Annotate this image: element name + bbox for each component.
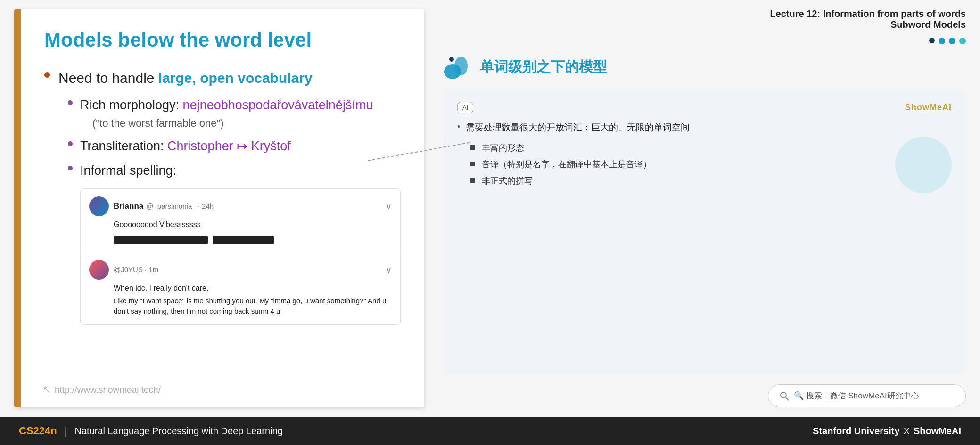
cursor-icon: ↖: [42, 384, 51, 396]
tweet-1-chevron: ∨: [386, 201, 392, 211]
cn-sub-text-2: 音译（特别是名字，在翻译中基本上是音译）: [482, 159, 651, 170]
right-panel: Lecture 12: Information from parts of wo…: [424, 0, 980, 417]
tweet-2-text1: When idc, I really don't care.: [114, 283, 392, 294]
cn-sub-text-1: 丰富的形态: [482, 142, 524, 154]
sub-text-transliteration: Transliteration: Christopher ↦ Kryštof: [80, 138, 291, 155]
search-input-box[interactable]: 🔍 搜索｜微信 ShowMeAI研究中心: [768, 384, 966, 407]
tweet-1-text: Gooooooood Vibesssssss: [114, 219, 392, 230]
tweet-2-avatar-img: [89, 260, 109, 280]
search-bar: 🔍 搜索｜微信 ShowMeAI研究中心: [443, 375, 966, 407]
cn-sub-square-1: [470, 145, 475, 150]
tweet-1-name: Brianna: [114, 202, 143, 211]
tweet-2-avatar: [89, 260, 109, 280]
tweet-2-text2: Like my "I want space" is me shutting yo…: [114, 296, 392, 317]
slide-panel: Models below the word level Need to hand…: [14, 9, 424, 407]
wave-icon: [443, 53, 471, 81]
translation-card: AI ShowMeAI • 需要处理数量很大的开放词汇：巨大的、无限的单词空间 …: [443, 90, 966, 375]
cn-sub-2: 音译（特别是名字，在翻译中基本上是音译）: [470, 159, 952, 170]
cn-sub-bullets: 丰富的形态 音译（特别是名字，在翻译中基本上是音译） 非正式的拼写: [470, 142, 952, 187]
x-icon: X: [904, 426, 910, 437]
sub-dot-3: [68, 166, 73, 170]
slide-title: Models below the word level: [44, 28, 401, 52]
cn-sub-square-3: [470, 178, 475, 183]
svg-point-5: [454, 57, 468, 75]
svg-line-8: [786, 397, 789, 400]
translit-label: Transliteration:: [80, 139, 164, 153]
decorative-circle: [895, 137, 952, 193]
dots-row: [443, 38, 966, 44]
footer-desc: Natural Language Processing with Deep Le…: [74, 426, 282, 437]
tweet-1-body: Gooooooood Vibesssssss: [114, 219, 392, 244]
sub-text-informal: Informal spelling:: [80, 162, 401, 180]
cn-sub-3: 非正式的拼写: [470, 175, 952, 187]
tweet-2-chevron: ∨: [386, 265, 392, 275]
search-icon: [780, 391, 789, 401]
search-text: 🔍 搜索｜微信 ShowMeAI研究中心: [794, 390, 919, 401]
bullet-dot: [44, 72, 50, 78]
tweet-1-avatar: [89, 196, 109, 216]
sub-dot-2: [68, 141, 73, 146]
cn-sub-1: 丰富的形态: [470, 142, 952, 154]
footer-course: CS224n: [19, 425, 57, 437]
footer-stanford: Stanford University: [813, 426, 899, 437]
brand-label: ShowMeAI: [905, 103, 952, 113]
morph-paren: ("to the worst farmable one"): [92, 116, 373, 131]
morph-example: nejneobhospodařovávatelnějšímu: [183, 98, 373, 112]
sub-dot-1: [68, 100, 73, 105]
link-text: http://www.showmeai.tech/: [55, 385, 161, 395]
lecture-title-block: Lecture 12: Information from parts of wo…: [443, 5, 966, 30]
footer-divider: |: [65, 425, 67, 437]
dot-2: [939, 38, 945, 44]
footer-showmeai: ShowMeAI: [914, 426, 961, 437]
svg-point-7: [781, 392, 786, 398]
bullet-text-1: Need to handle large, open vocabulary: [58, 68, 313, 88]
tweet-2: @J0YUS · 1m ∨ When idc, I really don't c…: [81, 252, 400, 324]
sub-bullet-transliteration: Transliteration: Christopher ↦ Kryštof: [68, 138, 401, 155]
svg-point-6: [449, 57, 454, 62]
dot-1: [929, 38, 935, 43]
tweet-2-body: When idc, I really don't care. Like my "…: [114, 283, 392, 317]
cn-bullet-dot: •: [457, 122, 460, 132]
tweet-1-avatar-img: [89, 196, 109, 216]
sub-bullet-informal: Informal spelling: Bri: [68, 162, 401, 325]
ai-icon-row: AI ShowMeAI: [457, 102, 952, 113]
tweet-2-header: @J0YUS · 1m ∨: [89, 260, 392, 280]
ai-badge-text: AI: [462, 104, 468, 111]
bottom-link: ↖ http://www.showmeai.tech/: [42, 384, 161, 396]
section-title-cn: 单词级别之下的模型: [480, 57, 607, 77]
tweet-1-header: Brianna @_parsimonia_ · 24h ∨: [89, 196, 392, 216]
sub-bullet-morphology: Rich morphology: nejneobhospodařovávatel…: [68, 97, 401, 131]
bullet-prefix: Need to handle: [58, 70, 158, 86]
tweet-redact-2: [213, 236, 274, 244]
dot-4: [959, 38, 966, 44]
section-header: 单词级别之下的模型: [443, 53, 966, 81]
footer-left: CS224n | Natural Language Processing wit…: [19, 425, 283, 437]
translit-example: Christopher ↦ Kryštof: [167, 139, 291, 153]
svg-point-2: [949, 38, 955, 44]
sub-text-morphology: Rich morphology: nejneobhospodařovávatel…: [80, 97, 373, 131]
bullet-highlight: large, open vocabulary: [158, 70, 313, 86]
tweet-2-handle: @J0YUS · 1m: [114, 266, 158, 274]
dot-3: [949, 38, 955, 44]
main-bullet-1: Need to handle large, open vocabulary: [44, 68, 401, 88]
tweet-1: Brianna @_parsimonia_ · 24h ∨ Gooooooood…: [81, 189, 400, 252]
cn-sub-square-2: [470, 162, 475, 166]
tweet-redact-1: [114, 236, 208, 244]
tweet-1-handle: @_parsimonia_ · 24h: [146, 202, 214, 210]
svg-point-1: [939, 38, 945, 44]
cn-bullet-text: 需要处理数量很大的开放词汇：巨大的、无限的单词空间: [466, 121, 690, 135]
lecture-subtitle-text: Subword Models: [443, 19, 966, 30]
tweet-1-redacted: [114, 233, 392, 244]
cn-bullet-main: • 需要处理数量很大的开放词汇：巨大的、无限的单词空间: [457, 121, 952, 135]
footer-right: Stanford University X ShowMeAI: [813, 426, 961, 437]
morph-label: Rich morphology:: [80, 98, 179, 112]
svg-point-3: [959, 38, 966, 44]
lecture-title-text: Lecture 12: Information from parts of wo…: [443, 8, 966, 19]
tweet-container: Brianna @_parsimonia_ · 24h ∨ Gooooooood…: [80, 188, 401, 325]
svg-point-0: [929, 38, 935, 43]
cn-sub-text-3: 非正式的拼写: [482, 175, 533, 187]
slide-left-bar: [14, 9, 21, 407]
ai-badge: AI: [457, 102, 473, 113]
footer: CS224n | Natural Language Processing wit…: [0, 417, 980, 445]
